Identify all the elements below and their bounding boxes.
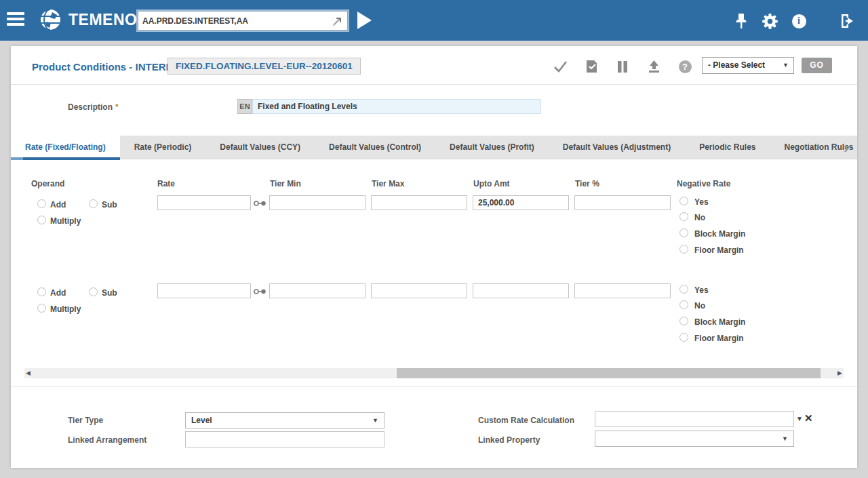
command-line-box (138, 11, 348, 31)
row2-negative-block-margin-label: Block Margin (694, 317, 745, 327)
custom-rate-calculation-label: Custom Rate Calculation (478, 416, 574, 425)
top-bar: TEMENOS (0, 0, 868, 41)
col-tier-max: Tier Max (372, 179, 404, 188)
row2-link-icon[interactable] (254, 287, 267, 296)
brand-text: TEMENOS (68, 11, 148, 29)
horizontal-scrollbar[interactable]: ◀ ▶ (24, 368, 844, 378)
row1-tier-min-input[interactable] (269, 195, 366, 210)
language-badge: EN (237, 99, 252, 114)
record-id: FIXED.FLOATING.LEVEL-EUR--20120601 (167, 58, 361, 75)
row1-operand-sub-label: Sub (102, 200, 117, 210)
action-select[interactable]: - Please Select ▼ (702, 57, 794, 74)
content-panel: Product Conditions - INTEREST FIXED.FLOA… (11, 46, 857, 468)
row1-upto-amt-input[interactable] (473, 195, 569, 210)
tier-type-label: Tier Type (68, 416, 103, 425)
menu-icon[interactable] (7, 12, 24, 28)
row2-negative-no-label: No (694, 301, 705, 311)
row2-negative-floor-margin-label: Floor Margin (694, 334, 744, 343)
linked-arrangement-input[interactable] (185, 431, 384, 447)
row2-negative-no-radio[interactable] (679, 300, 688, 309)
command-input[interactable] (138, 12, 332, 29)
row2-negative-yes-radio[interactable] (679, 285, 688, 294)
tab-default-values-adjustment[interactable]: Default Values (Adjustment) (549, 136, 685, 159)
description-input[interactable] (252, 99, 541, 114)
chevron-down-icon: ▼ (783, 58, 789, 73)
row1-negative-floor-margin-label: Floor Margin (694, 245, 744, 255)
help-icon[interactable]: ? (677, 59, 692, 74)
col-negative-rate: Negative Rate (677, 179, 730, 188)
row1-tier-max-input[interactable] (371, 195, 467, 210)
hold-pause-icon[interactable] (615, 59, 630, 74)
row1-negative-yes-radio[interactable] (679, 197, 688, 205)
row2-operand-multiply-radio[interactable] (37, 304, 46, 313)
go-button[interactable]: GO (802, 58, 832, 73)
header-divider (11, 84, 857, 85)
linked-property-select[interactable]: ▼ (595, 431, 794, 447)
row2-tier-min-input[interactable] (269, 283, 366, 298)
row1-tier-pct-input[interactable] (574, 195, 671, 210)
col-upto-amt: Upto Amt (473, 179, 510, 188)
row1-operand-add-radio[interactable] (37, 199, 46, 208)
row2-negative-floor-margin-radio[interactable] (679, 333, 688, 342)
chevron-down-icon: ▼ (782, 431, 788, 446)
gear-icon[interactable] (761, 12, 778, 30)
upload-icon[interactable] (646, 59, 661, 74)
tabs-scroll-right-icon[interactable]: › (844, 143, 848, 154)
row1-negative-block-margin-radio[interactable] (679, 228, 688, 237)
row2-negative-yes-label: Yes (694, 285, 709, 295)
row2-operand-sub-radio[interactable] (89, 287, 98, 296)
custom-rate-calculation-input[interactable] (595, 411, 794, 427)
validate-check-icon[interactable] (553, 59, 568, 74)
footer-divider (11, 386, 857, 387)
row2-operand-multiply-label: Multiply (50, 304, 81, 314)
tab-rate-fixed-floating[interactable]: Rate (Fixed/Floating) (11, 136, 120, 159)
required-asterisk: * (115, 102, 119, 112)
row1-negative-no-radio[interactable] (679, 212, 688, 221)
row2-operand-add-radio[interactable] (37, 287, 46, 296)
col-operand: Operand (31, 179, 64, 188)
tab-negotiation-rules[interactable]: Negotiation Rules (770, 136, 868, 159)
row2-operand-add-label: Add (50, 288, 66, 298)
linked-property-label: Linked Property (478, 435, 540, 445)
row1-operand-sub-radio[interactable] (89, 199, 98, 208)
row1-negative-floor-margin-radio[interactable] (679, 245, 688, 254)
expand-arrow-icon[interactable] (332, 15, 344, 27)
row2-negative-block-margin-radio[interactable] (679, 317, 688, 325)
commit-document-icon[interactable] (584, 59, 599, 74)
temenos-logo: TEMENOS (37, 7, 148, 33)
page-title: Product Conditions - INTEREST (32, 61, 186, 73)
row1-negative-yes-label: Yes (694, 197, 709, 207)
row1-operand-add-label: Add (50, 200, 66, 210)
tab-default-values-control[interactable]: Default Values (Control) (315, 136, 435, 159)
tab-periodic-rules[interactable]: Periodic Rules (685, 136, 770, 159)
sign-out-icon[interactable] (838, 12, 856, 30)
info-icon[interactable]: i (790, 12, 808, 30)
col-rate: Rate (157, 179, 175, 188)
tier-type-select[interactable]: Level ▼ (185, 412, 384, 429)
row1-rate-input[interactable] (157, 195, 251, 210)
linked-arrangement-label: Linked Arrangement (68, 435, 146, 445)
scrollbar-thumb[interactable] (397, 368, 821, 378)
action-select-value: - Please Select (708, 60, 765, 70)
col-tier-pct: Tier % (575, 179, 599, 188)
pin-icon[interactable] (732, 12, 750, 30)
row1-operand-multiply-radio[interactable] (37, 216, 46, 224)
row2-tier-pct-input[interactable] (574, 283, 671, 298)
tab-default-values-ccy[interactable]: Default Values (CCY) (205, 136, 315, 159)
globe-icon (37, 7, 63, 33)
row2-operand-sub-label: Sub (102, 288, 117, 298)
scroll-right-arrow-icon[interactable]: ▶ (837, 369, 842, 378)
tab-bar: Rate (Fixed/Floating) Rate (Periodic) De… (11, 136, 857, 159)
description-label: Description* (68, 102, 119, 112)
custom-rate-clear-icon[interactable]: ✕ (804, 412, 813, 424)
row1-operand-multiply-label: Multiply (50, 216, 81, 226)
tab-default-values-profit[interactable]: Default Values (Profit) (435, 136, 549, 159)
row1-link-icon[interactable] (254, 199, 267, 207)
row2-upto-amt-input[interactable] (473, 283, 569, 298)
scroll-left-arrow-icon[interactable]: ◀ (26, 369, 31, 378)
run-command-icon[interactable] (355, 10, 376, 31)
row2-rate-input[interactable] (157, 283, 251, 298)
custom-rate-dropdown-icon[interactable]: ▼ (796, 415, 803, 422)
tab-rate-periodic[interactable]: Rate (Periodic) (120, 136, 206, 159)
row2-tier-max-input[interactable] (371, 283, 467, 298)
